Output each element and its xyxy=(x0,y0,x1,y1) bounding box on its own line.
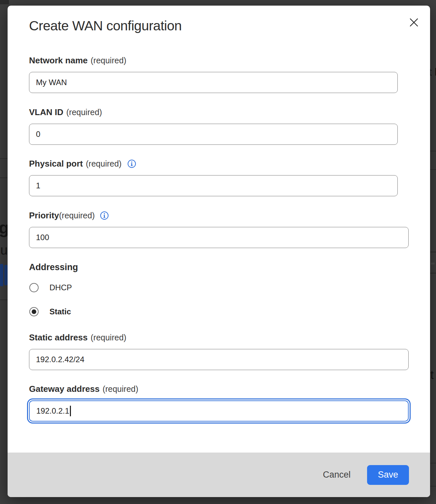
input-value: 100 xyxy=(36,233,49,242)
text-cursor xyxy=(70,406,71,416)
input-value: 0 xyxy=(36,130,40,139)
field-label-text: Physical port xyxy=(29,159,83,169)
physical-port-input[interactable]: 1 xyxy=(29,175,398,196)
background-divider xyxy=(0,158,8,159)
background-divider xyxy=(430,169,436,170)
vlan-id-label: VLAN ID (required) xyxy=(29,107,398,117)
field-label-text: Gateway address xyxy=(29,384,100,394)
static-address-input[interactable]: 192.0.2.42/24 xyxy=(29,349,409,370)
field-label-text: Priority xyxy=(29,210,59,221)
background-text-fragment: t xyxy=(430,368,434,382)
required-hint: (required) xyxy=(103,384,138,394)
priority-label: Priority (required) xyxy=(29,210,409,221)
gateway-address-input[interactable]: 192.0.2.1 xyxy=(29,400,409,422)
required-hint: (required) xyxy=(66,108,102,117)
background-divider xyxy=(430,252,436,252)
required-hint: (required) xyxy=(86,159,121,169)
background-icon-fragment xyxy=(431,263,435,265)
background-divider xyxy=(0,177,8,178)
network-name-label: Network name (required) xyxy=(29,55,398,66)
background-divider xyxy=(430,273,436,273)
radio-label: Static xyxy=(49,307,71,316)
save-button[interactable]: Save xyxy=(367,465,409,485)
background-button-fragment xyxy=(4,265,8,285)
cancel-button[interactable]: Cancel xyxy=(323,470,351,480)
background-divider xyxy=(430,151,436,151)
background-text-fragment: u xyxy=(0,243,8,258)
background-topbar-fragment xyxy=(0,0,9,4)
background-divider xyxy=(0,299,8,300)
dialog-footer: Cancel Save xyxy=(8,453,430,497)
input-value: 192.0.2.1 xyxy=(36,406,69,416)
input-value: 1 xyxy=(36,181,40,190)
gateway-address-label: Gateway address (required) xyxy=(29,384,409,394)
gateway-address-field: Gateway address (required) 192.0.2.1 xyxy=(29,384,409,422)
physical-port-field: Physical port (required) 1 xyxy=(29,158,398,196)
background-divider xyxy=(430,486,436,487)
addressing-option-dhcp[interactable]: DHCP xyxy=(29,282,72,293)
addressing-option-static[interactable]: Static xyxy=(29,306,71,317)
field-label-text: Network name xyxy=(29,55,88,66)
info-icon xyxy=(100,211,109,220)
required-hint: (required) xyxy=(59,211,95,220)
radio-selected-icon xyxy=(29,307,39,316)
create-wan-dialog: Create WAN configuration Network name (r… xyxy=(8,6,430,497)
network-name-field: Network name (required) My WAN xyxy=(29,55,398,93)
priority-input[interactable]: 100 xyxy=(29,227,409,248)
close-button[interactable] xyxy=(408,16,420,28)
vlan-id-input[interactable]: 0 xyxy=(29,124,398,145)
field-label-text: VLAN ID xyxy=(29,107,63,117)
background-divider xyxy=(430,463,436,463)
dialog-title: Create WAN configuration xyxy=(29,18,182,34)
static-address-field: Static address (required) 192.0.2.42/24 xyxy=(29,332,409,370)
static-address-label: Static address (required) xyxy=(29,332,409,343)
field-label-text: Static address xyxy=(29,332,88,343)
close-icon xyxy=(409,17,419,28)
addressing-heading: Addressing xyxy=(29,262,78,272)
required-hint: (required) xyxy=(91,56,126,65)
physical-port-info-button[interactable] xyxy=(127,159,136,168)
physical-port-label: Physical port (required) xyxy=(29,158,398,169)
vlan-id-field: VLAN ID (required) 0 xyxy=(29,107,398,145)
input-value: 192.0.2.42/24 xyxy=(36,355,84,364)
required-hint: (required) xyxy=(91,333,126,342)
background-button-fragment xyxy=(0,264,3,286)
input-value: My WAN xyxy=(36,78,67,87)
priority-info-button[interactable] xyxy=(100,211,109,220)
radio-label: DHCP xyxy=(49,283,72,292)
info-icon xyxy=(127,159,136,168)
priority-field: Priority (required) 100 xyxy=(29,210,409,248)
radio-unselected-icon xyxy=(29,283,39,292)
network-name-input[interactable]: My WAN xyxy=(29,72,398,93)
